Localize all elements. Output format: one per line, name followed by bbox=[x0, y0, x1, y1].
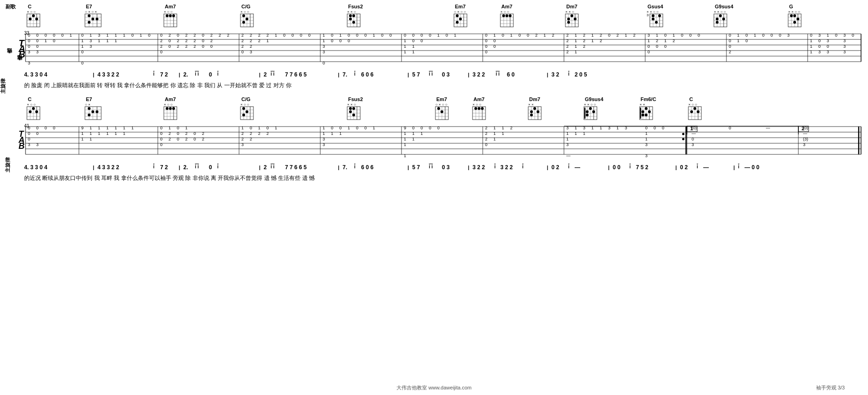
svg-text:i: i bbox=[697, 164, 698, 169]
svg-text:0: 0 bbox=[729, 126, 731, 130]
svg-text:×: × bbox=[640, 102, 642, 107]
svg-text:1: 1 bbox=[575, 131, 577, 136]
svg-text:0: 0 bbox=[689, 33, 692, 38]
svg-text:0: 0 bbox=[177, 137, 179, 141]
svg-text:1: 1 bbox=[331, 131, 333, 136]
svg-text:1: 1 bbox=[810, 38, 812, 43]
svg-text:|: | bbox=[408, 165, 409, 170]
svg-text:2: 2 bbox=[258, 38, 260, 43]
svg-point-133 bbox=[655, 21, 658, 24]
svg-text:0: 0 bbox=[28, 33, 30, 38]
svg-text:|: | bbox=[93, 165, 94, 170]
svg-text:0: 0 bbox=[412, 38, 415, 43]
svg-text:3: 3 bbox=[566, 126, 569, 130]
svg-text:0: 0 bbox=[827, 44, 829, 49]
svg-text:2: 2 bbox=[583, 44, 585, 49]
svg-text:2: 2 bbox=[552, 33, 554, 38]
svg-text:i: i bbox=[354, 164, 356, 169]
svg-text:0: 0 bbox=[308, 33, 311, 38]
svg-text:2: 2 bbox=[510, 126, 512, 130]
svg-text:1: 1 bbox=[737, 33, 739, 38]
svg-text:×: × bbox=[27, 102, 29, 107]
svg-text:0: 0 bbox=[348, 38, 350, 43]
svg-text:0  3: 0 3 bbox=[442, 164, 450, 171]
svg-text:i: i bbox=[522, 164, 524, 169]
svg-text:1: 1 bbox=[645, 137, 648, 141]
footer-page: 袖手旁观 3/3 bbox=[816, 385, 845, 390]
svg-text:7 7 6 6 5: 7 7 6 6 5 bbox=[285, 71, 307, 78]
svg-text:○: ○ bbox=[798, 10, 800, 14]
svg-text:1: 1 bbox=[45, 38, 47, 43]
svg-text:0: 0 bbox=[323, 61, 325, 65]
svg-text:×: × bbox=[95, 10, 97, 14]
svg-text:|: | bbox=[468, 72, 469, 77]
svg-point-561 bbox=[690, 110, 693, 113]
svg-text:○: ○ bbox=[695, 102, 697, 107]
svg-text:1: 1 bbox=[275, 33, 277, 38]
svg-text:2.: 2. bbox=[183, 164, 188, 171]
svg-text:0: 0 bbox=[53, 38, 55, 43]
svg-text:4 3  3 2  2: 4 3 3 2 2 bbox=[97, 71, 119, 78]
svg-text:0: 0 bbox=[421, 38, 423, 43]
svg-text:×: × bbox=[347, 10, 350, 14]
svg-text:×: × bbox=[88, 10, 91, 14]
svg-text:2: 2 bbox=[185, 137, 188, 141]
svg-text:0: 0 bbox=[485, 38, 487, 43]
svg-text:1: 1 bbox=[323, 33, 325, 38]
svg-text:×: × bbox=[643, 102, 645, 107]
svg-text:2: 2 bbox=[185, 33, 188, 38]
svg-text:3: 3 bbox=[818, 33, 821, 38]
svg-text:○: ○ bbox=[244, 10, 246, 14]
svg-text:1: 1 bbox=[241, 126, 244, 130]
svg-text:1: 1 bbox=[81, 137, 84, 141]
svg-text:1: 1 bbox=[81, 38, 84, 43]
svg-point-131 bbox=[658, 14, 661, 17]
svg-text:○: ○ bbox=[454, 10, 456, 14]
svg-text:i  i: i i bbox=[195, 71, 199, 76]
svg-text:○: ○ bbox=[167, 102, 169, 107]
svg-text:2: 2 bbox=[250, 131, 252, 136]
svg-text:1: 1 bbox=[575, 126, 577, 130]
svg-text:2: 2 bbox=[177, 38, 179, 43]
svg-point-510 bbox=[537, 110, 539, 113]
svg-text:0: 0 bbox=[645, 126, 648, 130]
svg-text:7 2: 7 2 bbox=[160, 164, 168, 171]
svg-text:×: × bbox=[569, 10, 571, 14]
svg-text:0: 0 bbox=[412, 33, 415, 38]
svg-point-99 bbox=[502, 14, 505, 17]
svg-point-540 bbox=[645, 107, 648, 110]
fugue-label: 副歌 bbox=[6, 4, 16, 9]
svg-point-586 bbox=[682, 133, 685, 135]
svg-text:7.: 7. bbox=[343, 164, 347, 171]
svg-text:Am7: Am7 bbox=[473, 96, 485, 102]
svg-text:0: 0 bbox=[429, 126, 431, 130]
svg-text:B: B bbox=[19, 141, 25, 151]
svg-text:5  7: 5 7 bbox=[412, 164, 420, 171]
svg-text:○: ○ bbox=[170, 10, 173, 14]
svg-text:i  i: i i bbox=[496, 71, 500, 76]
svg-text:3: 3 bbox=[323, 137, 325, 141]
svg-text:3: 3 bbox=[692, 142, 694, 147]
svg-text:○: ○ bbox=[442, 102, 444, 107]
svg-text:|: | bbox=[675, 165, 677, 170]
svg-point-13 bbox=[35, 18, 38, 20]
svg-text:0: 0 bbox=[818, 44, 821, 49]
svg-text:2: 2 bbox=[616, 33, 619, 38]
svg-text:1: 1 bbox=[648, 38, 650, 43]
svg-text:0: 0 bbox=[28, 131, 30, 136]
svg-text:0: 0 bbox=[762, 33, 764, 38]
svg-text:1: 1 bbox=[339, 33, 342, 38]
svg-text:×: × bbox=[88, 102, 91, 107]
svg-text:0: 0 bbox=[729, 44, 731, 49]
svg-text:2: 2 bbox=[194, 38, 196, 43]
svg-text:○: ○ bbox=[247, 102, 249, 107]
svg-text:3: 3 bbox=[608, 126, 610, 130]
svg-text:i: i bbox=[217, 71, 219, 76]
svg-text:0: 0 bbox=[61, 33, 64, 38]
svg-text:○: ○ bbox=[91, 10, 94, 14]
vertical-label-guitar: 吉他 bbox=[6, 48, 12, 54]
svg-text:2: 2 bbox=[485, 137, 487, 141]
svg-text:1: 1 bbox=[493, 126, 496, 130]
svg-text:0: 0 bbox=[656, 44, 658, 49]
svg-point-85 bbox=[456, 14, 459, 17]
